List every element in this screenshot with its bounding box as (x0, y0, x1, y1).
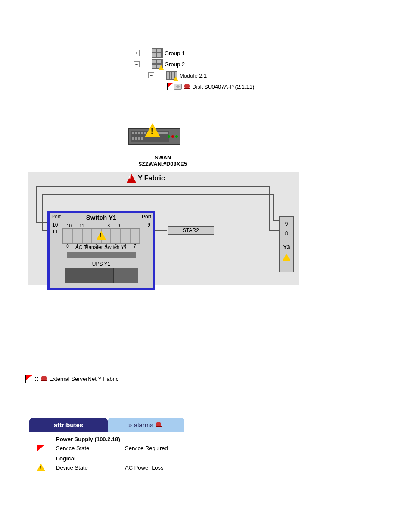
warning-icon (37, 464, 45, 471)
group-icon (152, 48, 163, 58)
external-servernet-row[interactable]: External ServerNet Y Fabric (24, 375, 118, 383)
tree-toggle-minus[interactable]: − (148, 72, 154, 78)
attr-key: Service State (56, 445, 125, 451)
tab-bar: attributes » alarms (29, 418, 184, 432)
group-icon (152, 59, 163, 69)
swan-name: SWAN (122, 154, 204, 161)
ups-box (65, 268, 138, 283)
y3-box[interactable]: 9 8 Y3 (279, 216, 294, 272)
tree-label-module: Module 2.1 (179, 72, 207, 79)
left-ports: 10 11 (52, 221, 58, 235)
star-box[interactable]: STAR2 (168, 226, 214, 235)
switch-title: Switch Y1 (50, 213, 153, 221)
tree-label-group1: Group 1 (165, 50, 185, 56)
swan-label: SWAN $ZZWAN.#D08XE5 (122, 154, 204, 167)
alarm-bell-icon (184, 83, 190, 90)
attr-key: Device State (56, 464, 125, 471)
alarm-bell-icon (155, 421, 162, 428)
service-flag-icon (37, 445, 45, 451)
cluster-icon (34, 376, 39, 381)
alert-icon (127, 174, 136, 183)
warning-icon (97, 231, 106, 240)
fabric-title: Y Fabric (138, 174, 165, 182)
y3-port-8: 8 (280, 229, 293, 238)
tree-row-module[interactable]: − Module 2.1 (134, 70, 254, 81)
external-label: External ServerNet Y Fabric (49, 376, 118, 382)
warning-icon (283, 254, 290, 261)
y3-label: Y3 (280, 244, 293, 250)
alarm-bell-icon (40, 375, 47, 382)
tree-row-disk[interactable]: Disk $U0407A-P (2.1.11) (134, 81, 254, 92)
tree-label-group2: Group 2 (165, 61, 185, 68)
tree-toggle-minus[interactable]: − (134, 61, 140, 67)
warning-icon (159, 65, 164, 70)
service-flag-icon (165, 83, 173, 90)
tree-row-group2[interactable]: − Group 2 (134, 59, 254, 70)
switch-block: 10 11 8 9 0 1 2 3 4 5 6 7 (62, 228, 140, 244)
attributes-block: Power Supply (100.2.18) Service State Se… (34, 436, 168, 473)
attr-title: Power Supply (100.2.18) (56, 436, 168, 442)
tree-toggle-plus[interactable]: + (134, 50, 140, 56)
tree-row-group1[interactable]: + Group 1 (134, 47, 254, 59)
port-label-right: Port (142, 214, 151, 220)
ups-label: UPS Y1 (50, 261, 153, 267)
y3-port-9: 9 (280, 219, 293, 229)
attr-val: Service Required (125, 445, 168, 451)
switch-panel[interactable]: Switch Y1 Port Port 10 11 9 1 10 11 8 9 … (47, 211, 155, 290)
attr-row-service-state: Service State Service Required (34, 442, 168, 454)
ac-transfer-box (67, 252, 136, 258)
switch-top-nums: 10 11 8 9 (63, 224, 140, 228)
disk-icon (174, 84, 182, 90)
warning-icon (145, 123, 160, 137)
attr-row-device-state: Device State AC Power Loss (34, 462, 168, 473)
right-ports: 9 1 (147, 221, 150, 235)
attr-val: AC Power Loss (125, 464, 164, 471)
attr-subsection: Logical (56, 455, 168, 462)
switch-bottom-nums: 0 1 2 3 4 5 6 7 (63, 244, 140, 249)
tab-attributes[interactable]: attributes (29, 418, 108, 432)
warning-icon (173, 76, 178, 81)
swan-addr: $ZZWAN.#D08XE5 (122, 161, 204, 167)
tree-label-disk: Disk $U0407A-P (2.1.11) (192, 84, 254, 90)
tab-alarms[interactable]: » alarms (108, 418, 184, 432)
module-icon (166, 71, 177, 80)
device-tree: + Group 1 − Group 2 − Module 2.1 Disk $U… (134, 47, 254, 92)
port-label-left: Port (51, 214, 61, 220)
service-flag-icon (24, 375, 34, 383)
